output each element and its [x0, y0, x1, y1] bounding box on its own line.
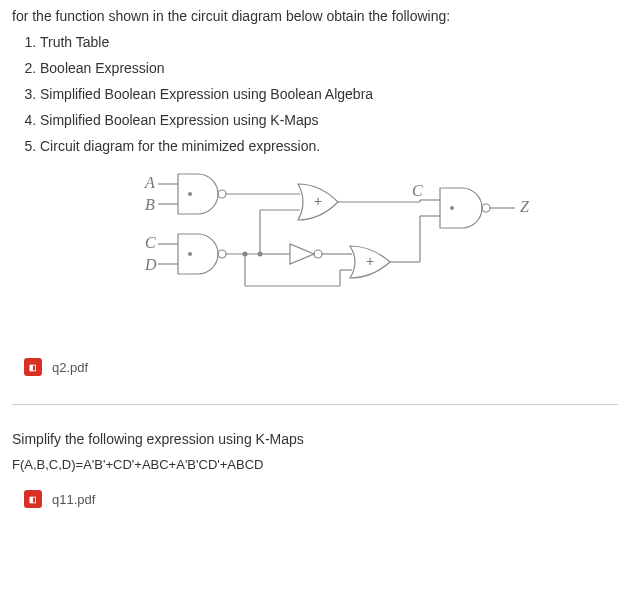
- q2-text: Simplify the following expression using …: [12, 431, 618, 447]
- file-attachment-2[interactable]: ◧ q11.pdf: [12, 478, 618, 536]
- label-a: A: [144, 174, 155, 191]
- q1-intro: for the function shown in the circuit di…: [12, 8, 618, 24]
- svg-point-8: [188, 252, 192, 256]
- svg-point-28: [450, 206, 454, 210]
- svg-point-3: [188, 192, 192, 196]
- svg-point-27: [482, 204, 490, 212]
- task-item: Simplified Boolean Expression using K-Ma…: [40, 112, 618, 128]
- label-z: Z: [520, 198, 530, 215]
- label-d: D: [144, 256, 157, 273]
- svg-point-2: [218, 190, 226, 198]
- task-item: Simplified Boolean Expression using Bool…: [40, 86, 618, 102]
- task-item: Truth Table: [40, 34, 618, 50]
- label-c: C: [145, 234, 156, 251]
- question-1-block: for the function shown in the circuit di…: [12, 8, 618, 316]
- svg-point-13: [258, 252, 263, 257]
- q2-equation: F(A,B,C,D)=A'B'+CD'+ABC+A'B'CD'+ABCD: [12, 457, 618, 472]
- label-b: B: [145, 196, 155, 213]
- task-item: Circuit diagram for the minimized expres…: [40, 138, 618, 154]
- pdf-icon: ◧: [24, 490, 42, 508]
- file-label: q11.pdf: [52, 492, 95, 507]
- or1-plus: +: [314, 193, 322, 209]
- pdf-icon-glyph: ◧: [29, 363, 37, 372]
- task-item: Boolean Expression: [40, 60, 618, 76]
- question-2-block: Simplify the following expression using …: [12, 405, 618, 478]
- pdf-icon: ◧: [24, 358, 42, 376]
- file-attachment-1[interactable]: ◧ q2.pdf: [12, 346, 618, 404]
- label-c-in: C: [412, 182, 423, 199]
- file-label: q2.pdf: [52, 360, 88, 375]
- q1-task-list: Truth Table Boolean Expression Simplifie…: [12, 34, 618, 154]
- or2-plus: +: [366, 253, 374, 269]
- svg-point-7: [218, 250, 226, 258]
- circuit-diagram: .wire { stroke: #888; stroke-width: 1.2;…: [100, 166, 530, 316]
- pdf-icon-glyph: ◧: [29, 495, 37, 504]
- svg-point-20: [243, 252, 248, 257]
